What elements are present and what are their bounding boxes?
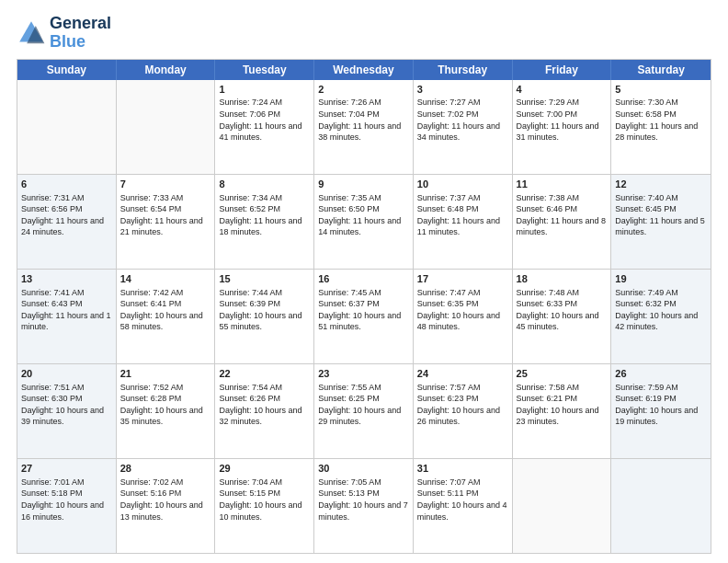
day-cell-14: 14Sunrise: 7:42 AM Sunset: 6:41 PM Dayli… [117, 270, 216, 363]
day-cell-26: 26Sunrise: 7:59 AM Sunset: 6:19 PM Dayli… [611, 364, 711, 458]
day-number: 31 [417, 462, 508, 476]
day-cell-9: 9Sunrise: 7:35 AM Sunset: 6:50 PM Daylig… [314, 175, 414, 269]
day-info: Sunrise: 7:49 AM Sunset: 6:32 PM Dayligh… [615, 287, 707, 333]
day-number: 30 [318, 462, 409, 476]
day-number: 8 [219, 178, 310, 191]
day-number: 24 [417, 367, 508, 381]
weekday-header-friday: Friday [513, 60, 612, 80]
day-info: Sunrise: 7:51 AM Sunset: 6:30 PM Dayligh… [21, 382, 112, 428]
day-number: 12 [615, 178, 707, 191]
day-info: Sunrise: 7:58 AM Sunset: 6:21 PM Dayligh… [517, 382, 608, 428]
day-number: 6 [21, 178, 112, 191]
day-info: Sunrise: 7:57 AM Sunset: 6:23 PM Dayligh… [417, 382, 508, 428]
day-number: 13 [21, 272, 112, 286]
day-number: 7 [120, 178, 211, 191]
day-cell-12: 12Sunrise: 7:40 AM Sunset: 6:45 PM Dayli… [611, 175, 711, 269]
weekday-header-saturday: Saturday [611, 60, 711, 80]
day-cell-10: 10Sunrise: 7:37 AM Sunset: 6:48 PM Dayli… [414, 175, 513, 269]
day-info: Sunrise: 7:35 AM Sunset: 6:50 PM Dayligh… [318, 192, 409, 238]
logo-text: General Blue [50, 15, 111, 52]
calendar: SundayMondayTuesdayWednesdayThursdayFrid… [17, 59, 711, 554]
day-cell-21: 21Sunrise: 7:52 AM Sunset: 6:28 PM Dayli… [117, 364, 216, 458]
calendar-row-4: 27Sunrise: 7:01 AM Sunset: 5:18 PM Dayli… [17, 458, 711, 553]
page: General Blue SundayMondayTuesdayWednesda… [0, 0, 728, 563]
day-info: Sunrise: 7:24 AM Sunset: 7:06 PM Dayligh… [219, 97, 310, 143]
day-number: 10 [417, 178, 508, 191]
day-info: Sunrise: 7:34 AM Sunset: 6:52 PM Dayligh… [219, 192, 310, 238]
day-info: Sunrise: 7:47 AM Sunset: 6:35 PM Dayligh… [417, 287, 508, 333]
day-info: Sunrise: 7:37 AM Sunset: 6:48 PM Dayligh… [417, 192, 508, 238]
day-cell-7: 7Sunrise: 7:33 AM Sunset: 6:54 PM Daylig… [117, 175, 216, 269]
day-info: Sunrise: 7:41 AM Sunset: 6:43 PM Dayligh… [21, 287, 112, 333]
day-number: 17 [417, 272, 508, 286]
day-number: 19 [615, 272, 707, 286]
day-cell-6: 6Sunrise: 7:31 AM Sunset: 6:56 PM Daylig… [17, 175, 117, 269]
day-cell-16: 16Sunrise: 7:45 AM Sunset: 6:37 PM Dayli… [314, 270, 414, 363]
day-info: Sunrise: 7:31 AM Sunset: 6:56 PM Dayligh… [21, 192, 112, 238]
day-number: 3 [417, 83, 508, 97]
weekday-header-wednesday: Wednesday [314, 60, 414, 80]
day-number: 20 [21, 367, 112, 381]
day-cell-24: 24Sunrise: 7:57 AM Sunset: 6:23 PM Dayli… [414, 364, 513, 458]
day-cell-empty-0-0 [17, 80, 117, 174]
day-number: 28 [120, 462, 211, 476]
day-cell-27: 27Sunrise: 7:01 AM Sunset: 5:18 PM Dayli… [17, 459, 117, 553]
day-number: 16 [318, 272, 409, 286]
day-number: 25 [517, 367, 608, 381]
day-number: 11 [517, 178, 608, 191]
day-number: 23 [318, 367, 409, 381]
day-info: Sunrise: 7:02 AM Sunset: 5:16 PM Dayligh… [120, 477, 211, 523]
day-info: Sunrise: 7:52 AM Sunset: 6:28 PM Dayligh… [120, 382, 211, 428]
day-number: 22 [219, 367, 310, 381]
day-cell-29: 29Sunrise: 7:04 AM Sunset: 5:15 PM Dayli… [215, 459, 314, 553]
calendar-row-2: 13Sunrise: 7:41 AM Sunset: 6:43 PM Dayli… [17, 269, 711, 363]
day-cell-empty-0-1 [117, 80, 216, 174]
day-number: 29 [219, 462, 310, 476]
day-cell-28: 28Sunrise: 7:02 AM Sunset: 5:16 PM Dayli… [117, 459, 216, 553]
calendar-body: 1Sunrise: 7:24 AM Sunset: 7:06 PM Daylig… [17, 80, 711, 553]
day-info: Sunrise: 7:44 AM Sunset: 6:39 PM Dayligh… [219, 287, 310, 333]
day-number: 9 [318, 178, 409, 191]
day-info: Sunrise: 7:59 AM Sunset: 6:19 PM Dayligh… [615, 382, 707, 428]
calendar-row-1: 6Sunrise: 7:31 AM Sunset: 6:56 PM Daylig… [17, 174, 711, 269]
day-info: Sunrise: 7:07 AM Sunset: 5:11 PM Dayligh… [417, 477, 508, 523]
day-info: Sunrise: 7:26 AM Sunset: 7:04 PM Dayligh… [318, 97, 409, 143]
weekday-header-tuesday: Tuesday [215, 60, 314, 80]
day-number: 27 [21, 462, 112, 476]
header: General Blue [17, 15, 711, 52]
day-info: Sunrise: 7:45 AM Sunset: 6:37 PM Dayligh… [318, 287, 409, 333]
day-cell-11: 11Sunrise: 7:38 AM Sunset: 6:46 PM Dayli… [513, 175, 612, 269]
day-info: Sunrise: 7:54 AM Sunset: 6:26 PM Dayligh… [219, 382, 310, 428]
day-cell-31: 31Sunrise: 7:07 AM Sunset: 5:11 PM Dayli… [414, 459, 513, 553]
day-number: 14 [120, 272, 211, 286]
day-info: Sunrise: 7:55 AM Sunset: 6:25 PM Dayligh… [318, 382, 409, 428]
day-number: 26 [615, 367, 707, 381]
day-cell-8: 8Sunrise: 7:34 AM Sunset: 6:52 PM Daylig… [215, 175, 314, 269]
day-info: Sunrise: 7:04 AM Sunset: 5:15 PM Dayligh… [219, 477, 310, 523]
day-info: Sunrise: 7:05 AM Sunset: 5:13 PM Dayligh… [318, 477, 409, 523]
day-info: Sunrise: 7:27 AM Sunset: 7:02 PM Dayligh… [417, 97, 508, 143]
logo-icon [17, 18, 46, 48]
day-cell-20: 20Sunrise: 7:51 AM Sunset: 6:30 PM Dayli… [17, 364, 117, 458]
day-cell-30: 30Sunrise: 7:05 AM Sunset: 5:13 PM Dayli… [314, 459, 414, 553]
day-cell-empty-4-6 [611, 459, 711, 553]
day-number: 21 [120, 367, 211, 381]
day-cell-18: 18Sunrise: 7:48 AM Sunset: 6:33 PM Dayli… [513, 270, 612, 363]
day-cell-13: 13Sunrise: 7:41 AM Sunset: 6:43 PM Dayli… [17, 270, 117, 363]
day-cell-3: 3Sunrise: 7:27 AM Sunset: 7:02 PM Daylig… [414, 80, 513, 174]
day-info: Sunrise: 7:38 AM Sunset: 6:46 PM Dayligh… [517, 192, 608, 238]
calendar-row-3: 20Sunrise: 7:51 AM Sunset: 6:30 PM Dayli… [17, 363, 711, 458]
day-cell-25: 25Sunrise: 7:58 AM Sunset: 6:21 PM Dayli… [513, 364, 612, 458]
logo: General Blue [17, 15, 111, 52]
day-info: Sunrise: 7:33 AM Sunset: 6:54 PM Dayligh… [120, 192, 211, 238]
day-cell-17: 17Sunrise: 7:47 AM Sunset: 6:35 PM Dayli… [414, 270, 513, 363]
calendar-row-0: 1Sunrise: 7:24 AM Sunset: 7:06 PM Daylig… [17, 80, 711, 174]
day-cell-2: 2Sunrise: 7:26 AM Sunset: 7:04 PM Daylig… [314, 80, 414, 174]
calendar-header: SundayMondayTuesdayWednesdayThursdayFrid… [17, 60, 711, 80]
day-info: Sunrise: 7:42 AM Sunset: 6:41 PM Dayligh… [120, 287, 211, 333]
day-cell-23: 23Sunrise: 7:55 AM Sunset: 6:25 PM Dayli… [314, 364, 414, 458]
day-info: Sunrise: 7:30 AM Sunset: 6:58 PM Dayligh… [615, 97, 707, 143]
day-cell-19: 19Sunrise: 7:49 AM Sunset: 6:32 PM Dayli… [611, 270, 711, 363]
day-cell-4: 4Sunrise: 7:29 AM Sunset: 7:00 PM Daylig… [513, 80, 612, 174]
day-info: Sunrise: 7:01 AM Sunset: 5:18 PM Dayligh… [21, 477, 112, 523]
